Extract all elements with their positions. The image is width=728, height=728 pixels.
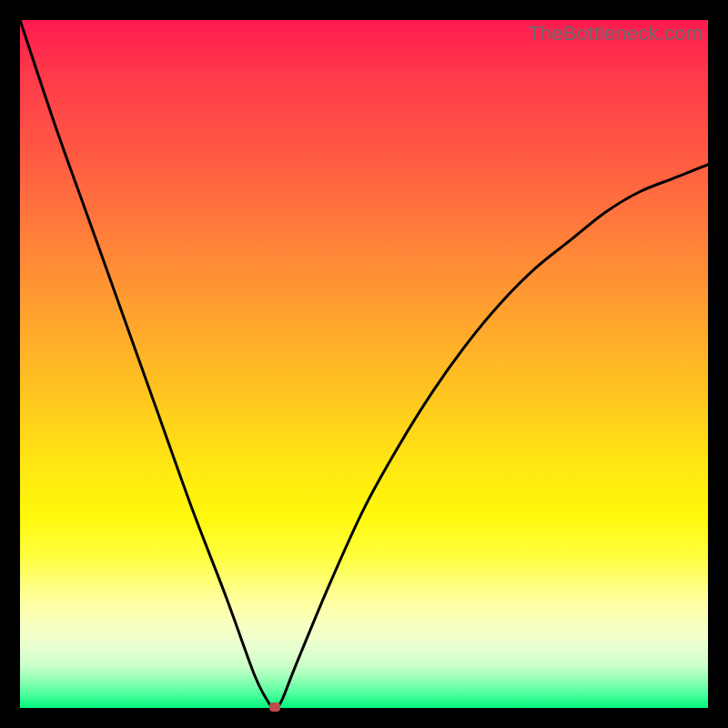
bottleneck-curve [20,20,708,708]
watermark-text: TheBottleneck.com [528,22,703,46]
bottleneck-curve-path [20,20,708,708]
optimal-point-marker [269,703,280,712]
chart-frame: TheBottleneck.com [20,20,708,708]
